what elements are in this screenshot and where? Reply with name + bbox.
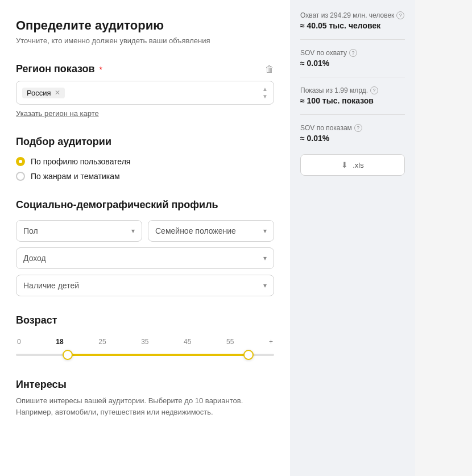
socdem-section: Социально-демографический профиль Пол ▾ …: [16, 199, 274, 296]
main-panel: Определите аудиторию Уточните, кто именн…: [0, 0, 290, 476]
interests-title: Интересы: [16, 379, 274, 391]
page-subtitle: Уточните, кто именно должен увидеть ваши…: [16, 36, 274, 45]
audience-option-genres-label: По жанрам и тематикам: [31, 172, 120, 181]
reach-label: Охват из 294.29 млн. человек ?: [300, 11, 405, 19]
sov-imp-stat: SOV по показам ? ≈ 0.01%: [300, 124, 405, 143]
radio-active-icon: [16, 157, 25, 166]
socdem-title: Социально-демографический профиль: [16, 199, 274, 211]
dropdown-income[interactable]: Доход ▾: [16, 247, 274, 269]
age-title: Возраст: [16, 314, 274, 326]
region-section: Регион показов * 🗑 Россия ✕ ▲ ▼ Указать …: [16, 63, 274, 118]
interests-description: Опишите интересы вашей аудитории. Выбери…: [16, 395, 274, 417]
age-markers: 0 18 25 35 45 55 +: [16, 338, 274, 346]
sov-imp-label: SOV по показам ?: [300, 124, 405, 132]
impressions-stat: Показы из 1.99 млрд. ? ≈ 100 тыс. показо…: [300, 86, 405, 105]
slider-thumb-max[interactable]: [243, 350, 254, 360]
region-tag: Россия ✕: [22, 88, 65, 98]
reach-value: ≈ 40.05 тыс. человек: [300, 21, 405, 30]
divider-3: [300, 114, 405, 115]
region-title: Регион показов *: [16, 63, 102, 75]
sov-imp-value: ≈ 0.01%: [300, 134, 405, 143]
age-slider[interactable]: [16, 349, 274, 361]
page-title: Определите аудиторию: [16, 18, 274, 33]
download-icon: ⬇: [341, 160, 348, 169]
delete-region-icon[interactable]: 🗑: [265, 64, 274, 74]
map-link[interactable]: Указать регион на карте: [16, 109, 274, 118]
audience-option-profile-label: По профилю пользователя: [31, 157, 130, 166]
sov-reach-label: SOV по охвату ?: [300, 49, 405, 57]
chevron-down-icon: ▾: [263, 227, 267, 235]
interests-section: Интересы Опишите интересы вашей аудитори…: [16, 379, 274, 417]
side-panel: Охват из 294.29 млн. человек ? ≈ 40.05 т…: [290, 0, 415, 476]
required-star: *: [100, 65, 102, 74]
region-input[interactable]: Россия ✕ ▲ ▼: [16, 81, 274, 105]
slider-fill: [68, 354, 249, 356]
region-tag-close-icon[interactable]: ✕: [55, 89, 60, 97]
xls-download-button[interactable]: ⬇ .xls: [300, 154, 405, 176]
region-header: Регион показов * 🗑: [16, 63, 274, 75]
dropdown-gender[interactable]: Пол ▾: [16, 220, 142, 242]
sov-reach-stat: SOV по охвату ? ≈ 0.01%: [300, 49, 405, 68]
socdem-dropdowns-row1: Пол ▾ Семейное положение ▾: [16, 220, 274, 242]
audience-radio-group: По профилю пользователя По жанрам и тема…: [16, 157, 274, 181]
chevron-down-icon: ▾: [263, 254, 267, 262]
impressions-value: ≈ 100 тыс. показов: [300, 96, 405, 105]
impressions-info-icon[interactable]: ?: [370, 86, 378, 94]
reach-info-icon[interactable]: ?: [396, 11, 404, 19]
dropdown-family[interactable]: Семейное положение ▾: [148, 220, 274, 242]
slider-track: [16, 354, 274, 356]
radio-inactive-icon: [16, 172, 25, 181]
region-arrows: ▲ ▼: [262, 86, 268, 100]
age-section: Возраст 0 18 25 35 45 55 +: [16, 314, 274, 361]
slider-thumb-min[interactable]: [63, 350, 73, 360]
audience-option-profile[interactable]: По профилю пользователя: [16, 157, 274, 166]
divider-1: [300, 39, 405, 40]
reach-stat: Охват из 294.29 млн. человек ? ≈ 40.05 т…: [300, 11, 405, 30]
dropdown-children[interactable]: Наличие детей ▾: [16, 275, 274, 296]
audience-title: Подбор аудитории: [16, 136, 274, 148]
xls-label: .xls: [353, 161, 364, 169]
divider-2: [300, 77, 405, 77]
chevron-down-icon: ▾: [131, 227, 135, 235]
sov-reach-value: ≈ 0.01%: [300, 59, 405, 68]
chevron-down-icon: ▾: [263, 282, 267, 289]
audience-option-genres[interactable]: По жанрам и тематикам: [16, 172, 274, 181]
sov-reach-info-icon[interactable]: ?: [349, 49, 357, 57]
impressions-label: Показы из 1.99 млрд. ?: [300, 86, 405, 94]
sov-imp-info-icon[interactable]: ?: [354, 124, 362, 132]
audience-section: Подбор аудитории По профилю пользователя…: [16, 136, 274, 181]
